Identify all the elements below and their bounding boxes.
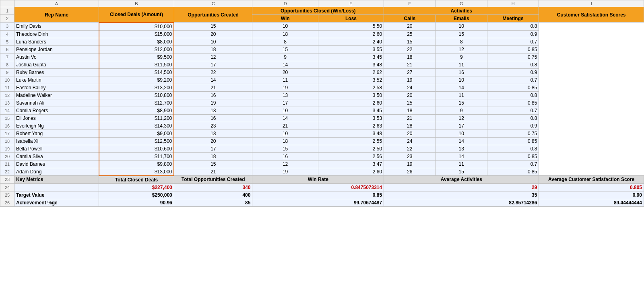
table-row[interactable]: 7 Austin Vo $9,500 12 9 3 45 18 9 0.75 bbox=[0, 53, 644, 61]
table-row[interactable]: 4 Theodore Dinh $15,000 20 18 2 60 25 15… bbox=[0, 30, 644, 38]
col-header-a[interactable]: A bbox=[14, 0, 99, 7]
header-win: Win bbox=[252, 15, 318, 23]
col-header-f[interactable]: F bbox=[384, 0, 436, 7]
opps-created: 19 bbox=[174, 99, 252, 107]
loss-calls: 2 50 bbox=[318, 145, 384, 152]
closed-amount: $9,500 bbox=[99, 53, 174, 61]
row-num: 9 bbox=[0, 68, 14, 76]
table-row[interactable]: 20 Camila Silva $11,700 18 16 2 56 23 14… bbox=[0, 152, 644, 160]
table-row[interactable]: 14 Camila Rogers $8,900 13 10 3 45 18 9 … bbox=[0, 107, 644, 114]
opps-created: 22 bbox=[174, 68, 252, 76]
row-num: 8 bbox=[0, 61, 14, 68]
table-row[interactable]: 10 Luke Martin $9,200 14 11 3 52 19 10 0… bbox=[0, 76, 644, 84]
opps-created: 20 bbox=[174, 137, 252, 145]
col-header-d[interactable]: D bbox=[252, 0, 318, 7]
row-num: 11 bbox=[0, 84, 14, 91]
opps-created: 16 bbox=[174, 114, 252, 122]
opps-created: 18 bbox=[174, 152, 252, 160]
col-header-c[interactable]: C bbox=[174, 0, 252, 7]
header-activities: Activities bbox=[384, 7, 539, 15]
target-label: Target Value bbox=[14, 191, 99, 199]
spreadsheet: A B C D E F G H I 1 Rep Name Closed Deal… bbox=[0, 0, 644, 207]
closed-amount: $13,000 bbox=[99, 168, 174, 176]
row-num-24: 24 bbox=[0, 183, 14, 191]
table-row[interactable]: 18 Isabella Xi $12,500 20 18 2 55 24 14 … bbox=[0, 137, 644, 145]
win: 9 bbox=[252, 53, 318, 61]
meetings: 17 bbox=[436, 122, 487, 130]
table-row[interactable]: 12 Madeline Walker $10,800 16 13 3 50 20… bbox=[0, 91, 644, 99]
meetings: 10 bbox=[436, 23, 487, 31]
row-num-2: 2 bbox=[0, 15, 14, 23]
closed-amount: $11,700 bbox=[99, 152, 174, 160]
col-header-i[interactable]: I bbox=[539, 0, 644, 7]
csat: 0.75 bbox=[487, 130, 539, 137]
avg-csat-label: Average Customer Satisfaction Score bbox=[539, 176, 644, 184]
col-header-e[interactable]: E bbox=[318, 0, 384, 7]
col-header-b[interactable]: B bbox=[99, 0, 174, 7]
key-metrics-row: 23 Key Metrics Total Closed Deals Total … bbox=[0, 176, 644, 184]
rep-name: Emily Davis bbox=[14, 23, 99, 31]
achievement-label: Achievement %ge bbox=[14, 199, 99, 206]
row-num: 21 bbox=[0, 160, 14, 168]
table-row[interactable]: 22 Adam Dang $13,000 21 19 2 60 26 15 0.… bbox=[0, 168, 644, 176]
win: 10 bbox=[252, 23, 318, 31]
csat: 0.8 bbox=[487, 61, 539, 68]
target-i: 0.90 bbox=[539, 191, 644, 199]
csat: 0.7 bbox=[487, 160, 539, 168]
row-num-23: 23 bbox=[0, 176, 14, 184]
table-row[interactable]: 8 Joshua Gupta $11,500 17 14 3 48 21 11 … bbox=[0, 61, 644, 68]
table-row[interactable]: 17 Robert Yang $9,000 13 10 3 48 20 10 0… bbox=[0, 130, 644, 137]
row-num: 22 bbox=[0, 168, 14, 176]
avg-csat-value: 0.805 bbox=[539, 183, 644, 191]
achievement-c: 85 bbox=[174, 199, 252, 206]
rep-name: Luna Sanders bbox=[14, 38, 99, 45]
table-row[interactable]: 16 Everleigh Ng $14,300 23 21 2 63 28 17… bbox=[0, 122, 644, 130]
csat: 0.9 bbox=[487, 68, 539, 76]
table-row[interactable]: 13 Savannah Ali $12,700 19 17 2 60 25 15… bbox=[0, 99, 644, 107]
win: 10 bbox=[252, 130, 318, 137]
csat: 0.85 bbox=[487, 99, 539, 107]
win-rate-label: Win Rate bbox=[252, 176, 384, 184]
table-row[interactable]: 6 Penelope Jordan $12,000 18 15 3 55 22 … bbox=[0, 45, 644, 53]
table-row[interactable]: 9 Ruby Barnes $14,500 22 20 2 62 27 16 0… bbox=[0, 68, 644, 76]
emails: 20 bbox=[384, 91, 436, 99]
meetings: 15 bbox=[436, 30, 487, 38]
rep-name: Ruby Barnes bbox=[14, 68, 99, 76]
closed-amount: $10,600 bbox=[99, 145, 174, 152]
emails: 28 bbox=[384, 122, 436, 130]
win: 19 bbox=[252, 84, 318, 91]
loss-calls: 3 45 bbox=[318, 53, 384, 61]
meetings: 10 bbox=[436, 76, 487, 84]
total-closed-deals-value: $227,400 bbox=[99, 183, 174, 191]
loss-calls: 2 63 bbox=[318, 122, 384, 130]
row-num: 18 bbox=[0, 137, 14, 145]
target-de: 0.85 bbox=[252, 191, 384, 199]
win: 15 bbox=[252, 45, 318, 53]
csat: 0.85 bbox=[487, 45, 539, 53]
col-header-h[interactable]: H bbox=[487, 0, 539, 7]
csat: 0.9 bbox=[487, 30, 539, 38]
row-num: 20 bbox=[0, 152, 14, 160]
table-row[interactable]: 11 Easton Bailey $13,200 21 19 2 58 24 1… bbox=[0, 84, 644, 91]
closed-amount: $14,500 bbox=[99, 68, 174, 76]
csat: 0.7 bbox=[487, 107, 539, 114]
rep-name: Luke Martin bbox=[14, 76, 99, 84]
csat: 0.8 bbox=[487, 114, 539, 122]
emails: 23 bbox=[384, 152, 436, 160]
col-header-g[interactable]: G bbox=[436, 0, 487, 7]
table-row[interactable]: 19 Bella Powell $10,600 17 15 2 50 22 13… bbox=[0, 145, 644, 152]
meetings: 10 bbox=[436, 130, 487, 137]
corner-cell bbox=[0, 0, 14, 7]
totals-row: 24 $227,400 340 0.8475073314 29 0.805 bbox=[0, 183, 644, 191]
emails: 19 bbox=[384, 160, 436, 168]
table-row[interactable]: 5 Luna Sanders $8,000 10 8 2 40 15 8 0.7 bbox=[0, 38, 644, 45]
row-num: 10 bbox=[0, 76, 14, 84]
table-row[interactable]: 15 Eli Jones $11,200 16 14 3 53 21 12 0.… bbox=[0, 114, 644, 122]
meetings: 11 bbox=[436, 61, 487, 68]
rep-name: Bella Powell bbox=[14, 145, 99, 152]
table-row[interactable]: 3 Emily Davis $10,000 15 10 5 50 20 10 0… bbox=[0, 23, 644, 31]
table-row[interactable]: 21 David Barnes $9,800 15 12 3 47 19 11 … bbox=[0, 160, 644, 168]
win: 13 bbox=[252, 91, 318, 99]
row-num: 6 bbox=[0, 45, 14, 53]
target-row: 25 Target Value $250,000 400 0.85 35 0.9… bbox=[0, 191, 644, 199]
